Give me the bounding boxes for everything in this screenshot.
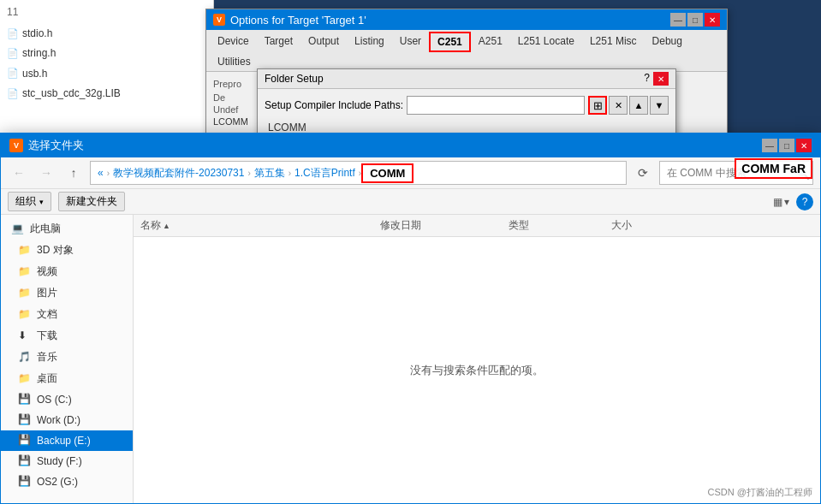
new-folder-label: 新建文件夹 xyxy=(66,194,117,209)
secondary-toolbar: 组织 ▾ 新建文件夹 ▦ ▾ ? xyxy=(1,189,820,215)
folder-close-button[interactable]: ✕ xyxy=(653,72,669,86)
breadcrumb-part-0[interactable]: 教学视频配套附件-20230731 xyxy=(110,166,247,181)
maximize-button[interactable]: □ xyxy=(687,13,703,27)
drive-f-icon: 💾 xyxy=(18,454,32,468)
folder-setup-dialog: Folder Setup ? ✕ Setup Compiler Include … xyxy=(257,68,676,143)
empty-message: 没有与搜索条件匹配的项。 xyxy=(410,363,544,378)
sidebar-item-e-drive[interactable]: 💾 Backup (E:) xyxy=(1,430,133,451)
up-button[interactable]: ↑ xyxy=(62,162,85,184)
breadcrumb-part-1[interactable]: 第五集 xyxy=(251,166,289,181)
file-name: stc_usb_cdc_32g.LIB xyxy=(22,86,121,102)
tab-l251-misc[interactable]: L251 Misc xyxy=(582,32,645,52)
tab-output[interactable]: Output xyxy=(300,32,347,52)
fd-minimize-button[interactable]: — xyxy=(762,139,777,152)
file-item-stdio: 📄 stdio.h xyxy=(7,24,206,44)
tab-l251-locate[interactable]: L251 Locate xyxy=(510,32,582,52)
file-dialog-titlebar: V 选择文件夹 — □ ✕ xyxy=(1,133,820,157)
sidebar-item-label: 音乐 xyxy=(37,350,57,365)
file-item-string: 📄 string.h xyxy=(7,44,206,63)
file-dialog-win-controls[interactable]: — □ ✕ xyxy=(762,139,812,152)
win-controls[interactable]: — □ ✕ xyxy=(670,13,720,27)
tab-user[interactable]: User xyxy=(392,32,429,52)
fd-maximize-button[interactable]: □ xyxy=(779,139,794,152)
search-input[interactable] xyxy=(659,161,813,185)
sidebar-item-pc[interactable]: 💻 此电脑 xyxy=(1,218,133,240)
column-type[interactable]: 类型 xyxy=(509,218,611,233)
line-number: 11 xyxy=(7,4,206,21)
move-up-button[interactable]: ▲ xyxy=(629,96,648,115)
move-down-button[interactable]: ▼ xyxy=(650,96,669,115)
options-titlebar: V Options for Target 'Target 1' — □ ✕ xyxy=(206,9,727,30)
folder-titlebar: Folder Setup ? ✕ xyxy=(258,69,675,89)
refresh-button[interactable]: ⟳ xyxy=(632,162,654,184)
sidebar-item-label: 下载 xyxy=(37,329,57,343)
watermark: CSDN @打酱油的工程师 xyxy=(708,486,812,499)
sidebar-item-label: 桌面 xyxy=(37,371,57,386)
folder-docs-icon: 📁 xyxy=(18,308,32,322)
tab-target[interactable]: Target xyxy=(257,32,300,52)
sidebar-item-3d[interactable]: 📁 3D 对象 xyxy=(1,240,133,261)
tab-listing[interactable]: Listing xyxy=(347,32,392,52)
drive-e-icon: 💾 xyxy=(18,434,32,448)
sidebar-item-label: Study (F:) xyxy=(37,455,82,467)
sidebar-item-label: Work (D:) xyxy=(37,414,80,426)
sidebar-item-d-drive[interactable]: 💾 Work (D:) xyxy=(1,410,133,430)
drive-c-icon: 💾 xyxy=(18,393,32,406)
sidebar-item-docs[interactable]: 📁 文档 xyxy=(1,304,133,325)
tab-debug[interactable]: Debug xyxy=(645,32,690,52)
column-name[interactable]: 名称 ▲ xyxy=(140,218,380,233)
sidebar-item-desktop[interactable]: 📁 桌面 xyxy=(1,368,133,389)
breadcrumb-current: COMM xyxy=(361,163,413,183)
options-tabs: Device Target Output Listing User C251 A… xyxy=(206,30,727,72)
sidebar-item-video[interactable]: 📁 视频 xyxy=(1,261,133,282)
file-dialog-toolbar: ← → ↑ « › 教学视频配套附件-20230731 › 第五集 › 1.C语… xyxy=(1,157,820,189)
forward-button[interactable]: → xyxy=(35,162,57,184)
file-dialog-title: 选择文件夹 xyxy=(28,138,84,153)
column-size[interactable]: 大小 xyxy=(611,218,697,233)
browse-button[interactable]: ⊞ xyxy=(588,96,607,115)
folder-downloads-icon: ⬇ xyxy=(18,329,32,343)
sidebar-item-c-drive[interactable]: 💾 OS (C:) xyxy=(1,389,133,410)
sidebar-item-music[interactable]: 🎵 音乐 xyxy=(1,347,133,368)
search-wrapper: 🔍 xyxy=(659,161,813,185)
tab-a251[interactable]: A251 xyxy=(471,32,510,52)
column-date[interactable]: 修改日期 xyxy=(380,218,509,233)
new-folder-button[interactable]: 新建文件夹 xyxy=(58,192,125,211)
folder-video-icon: 📁 xyxy=(18,265,32,279)
file-name: string.h xyxy=(22,45,56,62)
search-button[interactable]: 🔍 xyxy=(796,167,810,180)
sidebar: 💻 此电脑 📁 3D 对象 📁 视频 📁 图片 📁 文档 ⬇ 下载 xyxy=(1,215,134,503)
sidebar-item-label: Backup (E:) xyxy=(37,435,91,447)
sidebar-item-downloads[interactable]: ⬇ 下载 xyxy=(1,325,133,347)
breadcrumb-part-2[interactable]: 1.C语言Printf xyxy=(291,166,359,181)
file-item-usb: 📄 usb.h xyxy=(7,64,206,84)
tab-device[interactable]: Device xyxy=(210,32,257,52)
sidebar-item-f-drive[interactable]: 💾 Study (F:) xyxy=(1,451,133,471)
close-button[interactable]: ✕ xyxy=(705,13,720,27)
drive-g-icon: 💾 xyxy=(18,475,32,489)
sidebar-item-g-drive[interactable]: 💾 OS2 (G:) xyxy=(1,471,133,492)
folder-3d-icon: 📁 xyxy=(18,244,32,258)
view-button[interactable]: ▦ ▾ xyxy=(773,196,789,208)
folder-label: Setup Compiler Include Paths: xyxy=(265,99,403,111)
folder-path-input[interactable] xyxy=(407,96,585,115)
file-item-lib: 📄 stc_usb_cdc_32g.LIB xyxy=(7,84,206,104)
minimize-button[interactable]: — xyxy=(670,13,686,27)
sidebar-item-label: 视频 xyxy=(37,264,57,279)
fd-icon: V xyxy=(9,139,23,152)
file-name: stdio.h xyxy=(22,26,52,42)
options-title: Options for Target 'Target 1' xyxy=(230,14,366,27)
breadcrumb-root[interactable]: « xyxy=(94,167,107,179)
view-arrow: ▾ xyxy=(784,196,789,208)
fd-close-button[interactable]: ✕ xyxy=(796,139,812,152)
back-button[interactable]: ← xyxy=(8,162,30,184)
folder-pictures-icon: 📁 xyxy=(18,287,32,300)
sidebar-item-pictures[interactable]: 📁 图片 xyxy=(1,282,133,304)
tab-utilities[interactable]: Utilities xyxy=(210,52,259,71)
tab-c251[interactable]: C251 xyxy=(429,32,471,52)
organize-button[interactable]: 组织 ▾ xyxy=(8,192,51,211)
help-button[interactable]: ? xyxy=(796,193,813,210)
file-list-header: 名称 ▲ 修改日期 类型 大小 xyxy=(134,215,820,237)
delete-button[interactable]: ✕ xyxy=(609,96,628,115)
folder-music-icon: 🎵 xyxy=(18,351,32,365)
